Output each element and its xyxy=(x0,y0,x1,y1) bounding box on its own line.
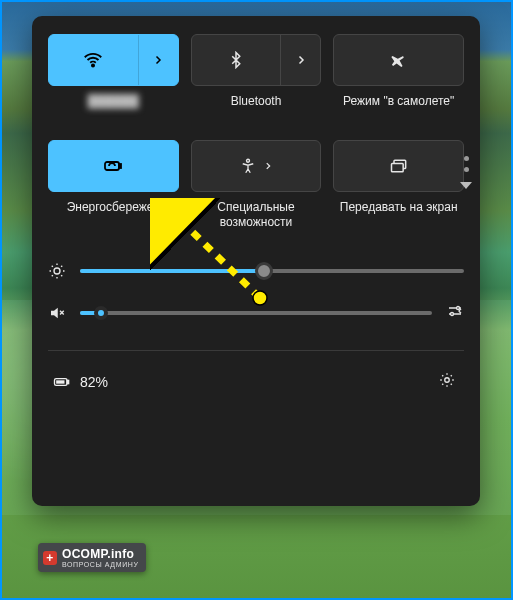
airplane-tile-group: Режим "в самолете" xyxy=(333,34,464,126)
bluetooth-expand-button[interactable] xyxy=(280,35,320,85)
svg-rect-11 xyxy=(56,380,64,383)
svg-point-7 xyxy=(457,307,460,310)
chevron-right-icon xyxy=(152,54,164,66)
chevron-right-icon xyxy=(263,161,273,171)
edit-tiles-handle[interactable] xyxy=(460,156,472,189)
battery-saver-tile[interactable] xyxy=(48,140,179,192)
cast-tile[interactable] xyxy=(333,140,464,192)
accessibility-tile-group: Специальные возможности xyxy=(191,140,322,232)
gear-icon xyxy=(438,371,456,389)
svg-point-0 xyxy=(92,64,94,66)
accessibility-icon xyxy=(239,157,257,175)
chevron-right-icon xyxy=(295,54,307,66)
brightness-slider[interactable] xyxy=(80,269,464,273)
bluetooth-icon xyxy=(227,51,245,69)
svg-point-12 xyxy=(445,378,450,383)
cast-label: Передавать на экран xyxy=(333,200,464,232)
bluetooth-toggle[interactable] xyxy=(192,35,281,85)
svg-rect-10 xyxy=(67,380,69,383)
wifi-label: ██████ xyxy=(48,94,179,126)
svg-point-6 xyxy=(54,268,60,274)
plus-icon: + xyxy=(43,551,57,565)
battery-saver-tile-group: Энергосбережен xyxy=(48,140,179,232)
wifi-icon xyxy=(82,49,104,71)
svg-rect-2 xyxy=(119,164,121,168)
wifi-expand-button[interactable] xyxy=(138,35,178,85)
accessibility-tile[interactable] xyxy=(191,140,322,192)
battery-status[interactable]: 82% xyxy=(52,372,108,392)
wifi-toggle[interactable] xyxy=(49,35,138,85)
battery-saver-label: Энергосбережен xyxy=(48,200,179,232)
volume-row xyxy=(48,302,464,324)
separator xyxy=(48,350,464,351)
wifi-tile-group: ██████ xyxy=(48,34,179,126)
settings-button[interactable] xyxy=(434,367,460,397)
dot-icon xyxy=(464,156,469,161)
volume-mute-icon[interactable] xyxy=(48,304,66,322)
watermark-badge: + OCOMP.info ВОПРОСЫ АДМИНУ xyxy=(38,543,146,572)
quick-settings-panel: ██████ Bluetooth xyxy=(32,16,480,506)
bluetooth-tile-group: Bluetooth xyxy=(191,34,322,126)
volume-mixer-button[interactable] xyxy=(446,302,464,324)
battery-text: 82% xyxy=(80,374,108,390)
bluetooth-tile[interactable] xyxy=(191,34,322,86)
cast-tile-group: Передавать на экран xyxy=(333,140,464,232)
dot-icon xyxy=(464,167,469,172)
battery-saver-icon xyxy=(101,154,125,178)
panel-footer: 82% xyxy=(48,361,464,401)
tiles-grid: ██████ Bluetooth xyxy=(48,34,464,232)
battery-icon xyxy=(52,372,72,392)
volume-slider[interactable] xyxy=(80,311,432,315)
airplane-label: Режим "в самолете" xyxy=(333,94,464,126)
watermark-text: OCOMP.info xyxy=(62,547,134,561)
svg-point-3 xyxy=(246,159,249,162)
svg-rect-5 xyxy=(391,164,403,172)
svg-point-8 xyxy=(451,313,454,316)
mixer-icon xyxy=(446,302,464,320)
brightness-row xyxy=(48,262,464,280)
chevron-down-icon xyxy=(460,182,472,189)
bluetooth-label: Bluetooth xyxy=(191,94,322,126)
airplane-icon xyxy=(389,50,409,70)
cast-icon xyxy=(389,156,409,176)
watermark-subtext: ВОПРОСЫ АДМИНУ xyxy=(62,561,138,568)
accessibility-label: Специальные возможности xyxy=(191,200,322,232)
wifi-tile[interactable] xyxy=(48,34,179,86)
brightness-icon xyxy=(48,262,66,280)
airplane-tile[interactable] xyxy=(333,34,464,86)
